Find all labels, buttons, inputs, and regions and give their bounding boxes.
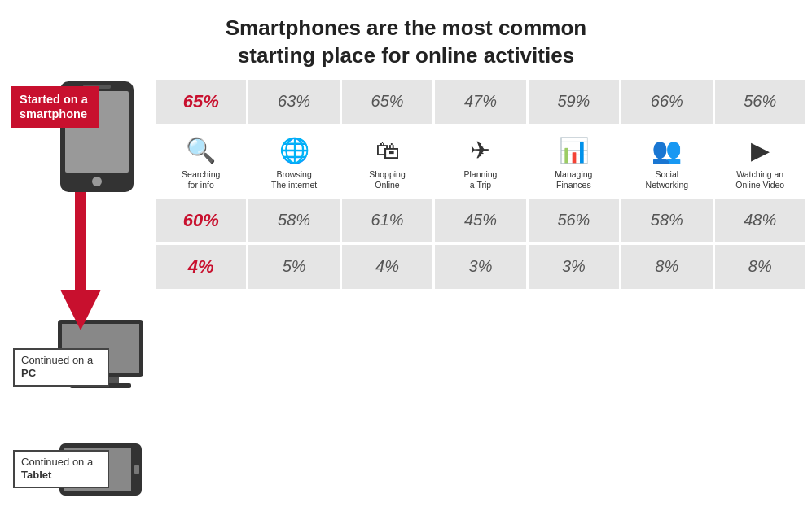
down-arrow-icon bbox=[60, 192, 101, 330]
icon-cell-1: 🌐Browsing The internet bbox=[248, 126, 341, 196]
smartphone-label-text: Started on a smartphone bbox=[20, 93, 88, 121]
data-grid: 65%63%65%47%59%66%56% 🔍Searching for inf… bbox=[156, 80, 805, 495]
smartphone-pct-cell-1: 63% bbox=[248, 80, 341, 124]
tablet-pct-row: 4%5%4%3%3%8%8% bbox=[156, 245, 805, 289]
category-icon-2: 🛍 bbox=[375, 134, 400, 166]
tablet-pct-cell-3: 3% bbox=[435, 245, 528, 289]
smartphone-pct-cell-6: 56% bbox=[715, 80, 805, 124]
svg-marker-5 bbox=[60, 290, 101, 330]
pc-label-pre: Continued on a bbox=[21, 354, 93, 366]
pc-label-bold: PC bbox=[21, 367, 36, 379]
svg-rect-12 bbox=[134, 465, 139, 474]
tablet-pct-cell-2: 4% bbox=[342, 245, 435, 289]
smartphone-label: Started on a smartphone bbox=[11, 86, 99, 129]
tablet-pct-cell-0: 4% bbox=[156, 245, 248, 289]
icon-cell-2: 🛍Shopping Online bbox=[342, 126, 435, 196]
pc-pct-cell-4: 56% bbox=[529, 199, 621, 242]
tablet-label: Continued on a Tablet bbox=[13, 450, 109, 489]
tablet-pct-cell-1: 5% bbox=[248, 245, 341, 289]
icon-cell-4: 📊Managing Finances bbox=[529, 126, 621, 196]
icon-cell-6: ▶Watching an Online Video bbox=[715, 126, 805, 196]
svg-point-2 bbox=[92, 177, 102, 186]
icon-cell-5: 👥Social Networking bbox=[621, 126, 714, 196]
pc-pct-cell-3: 45% bbox=[435, 199, 528, 242]
pc-label: Continued on a PC bbox=[13, 348, 109, 387]
category-icon-5: 👥 bbox=[652, 134, 682, 166]
title-line2: starting place for online activities bbox=[238, 43, 574, 68]
pc-pct-cell-2: 61% bbox=[342, 199, 435, 242]
page: Smartphones are the most common starting… bbox=[0, 0, 812, 511]
icon-cell-3: ✈Planning a Trip bbox=[435, 126, 528, 196]
category-label-6: Watching an Online Video bbox=[735, 169, 784, 191]
tablet-label-pre: Continued on a bbox=[21, 456, 93, 468]
tablet-pct-cell-5: 8% bbox=[621, 245, 714, 289]
pc-pct-cell-5: 58% bbox=[621, 199, 714, 242]
pc-pct-cell-0: 60% bbox=[156, 199, 248, 242]
category-label-2: Shopping Online bbox=[369, 169, 405, 191]
category-label-0: Searching for info bbox=[182, 169, 220, 191]
pc-pct-cell-1: 58% bbox=[248, 199, 341, 242]
pc-pct-row: 60%58%61%45%56%58%48% bbox=[156, 199, 805, 242]
category-icon-1: 🌐 bbox=[279, 134, 309, 166]
smartphone-pct-row: 65%63%65%47%59%66%56% bbox=[156, 80, 805, 124]
tablet-label-bold: Tablet bbox=[21, 469, 51, 481]
icon-cell-0: 🔍Searching for info bbox=[156, 126, 248, 196]
category-icon-3: ✈ bbox=[470, 134, 490, 166]
tablet-pct-cell-6: 8% bbox=[715, 245, 805, 289]
icons-row: 🔍Searching for info🌐Browsing The interne… bbox=[156, 126, 805, 196]
title-line1: Smartphones are the most common bbox=[226, 15, 587, 40]
page-title: Smartphones are the most common starting… bbox=[0, 0, 812, 80]
smartphone-pct-cell-3: 47% bbox=[435, 80, 528, 124]
smartphone-pct-cell-4: 59% bbox=[529, 80, 621, 124]
smartphone-pct-cell-0: 65% bbox=[156, 80, 248, 124]
tablet-pct-cell-4: 3% bbox=[529, 245, 621, 289]
category-icon-4: 📊 bbox=[559, 134, 589, 166]
pc-pct-cell-6: 48% bbox=[715, 199, 805, 242]
smartphone-pct-cell-5: 66% bbox=[621, 80, 714, 124]
left-device-area: Started on a smartphone Continued on a P… bbox=[5, 80, 156, 495]
category-icon-0: 🔍 bbox=[186, 134, 216, 166]
smartphone-pct-cell-2: 65% bbox=[342, 80, 435, 124]
category-label-5: Social Networking bbox=[646, 169, 689, 191]
category-label-1: Browsing The internet bbox=[271, 169, 317, 191]
category-icon-6: ▶ bbox=[751, 134, 770, 166]
category-label-4: Managing Finances bbox=[555, 169, 592, 191]
category-label-3: Planning a Trip bbox=[464, 169, 498, 191]
